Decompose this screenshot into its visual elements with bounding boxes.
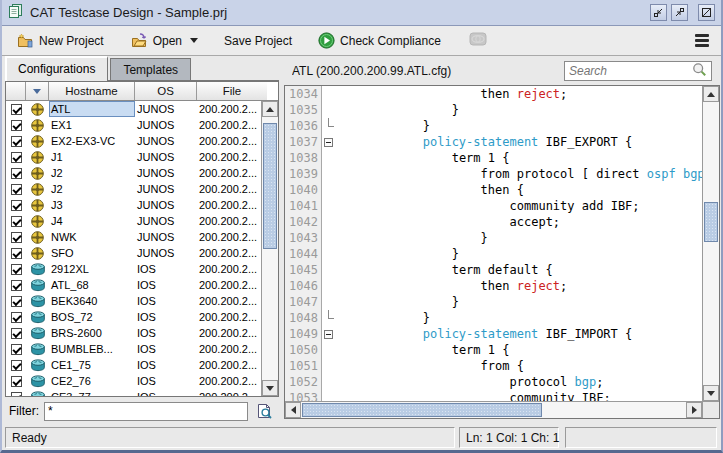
scroll-down-button[interactable]: [703, 385, 719, 401]
file-cell[interactable]: 200.200.2...: [197, 101, 261, 117]
os-cell[interactable]: IOS: [135, 325, 197, 341]
maximize-button[interactable]: [671, 4, 688, 21]
table-row[interactable]: J2JUNOS200.200.2...: [6, 181, 261, 197]
hostname-cell[interactable]: CE2_76: [49, 373, 135, 389]
file-cell[interactable]: 200.200.2...: [197, 229, 261, 245]
file-cell[interactable]: 200.200.2...: [197, 389, 261, 396]
table-row[interactable]: ATLJUNOS200.200.2...: [6, 101, 261, 117]
file-cell[interactable]: 200.200.2...: [197, 181, 261, 197]
table-row[interactable]: J1JUNOS200.200.2...: [6, 149, 261, 165]
editor-line[interactable]: 1035}: [285, 102, 702, 118]
hostname-cell[interactable]: CE1_75: [49, 357, 135, 373]
check-compliance-button[interactable]: Check Compliance: [312, 28, 447, 53]
hostname-cell[interactable]: BEK3640: [49, 293, 135, 309]
os-cell[interactable]: IOS: [135, 277, 197, 293]
editor-line[interactable]: 1047}: [285, 294, 702, 310]
open-button[interactable]: Open: [124, 29, 204, 52]
scroll-up-button[interactable]: [262, 101, 278, 117]
row-checkbox[interactable]: [6, 184, 26, 195]
table-vertical-scrollbar[interactable]: [261, 101, 278, 396]
title-bar[interactable]: CAT Testcase Design - Sample.prj: [2, 0, 721, 26]
editor-line[interactable]: 1050term 1 {: [285, 342, 702, 358]
editor-line[interactable]: 1046then reject;: [285, 278, 702, 294]
search-input[interactable]: [569, 64, 688, 78]
tab-templates[interactable]: Templates: [110, 58, 191, 80]
hostname-cell[interactable]: NWK: [49, 229, 135, 245]
header-filter-dropdown[interactable]: [26, 82, 49, 100]
row-checkbox[interactable]: [6, 152, 26, 163]
editor-line[interactable]: 1052protocol bgp;: [285, 374, 702, 390]
editor-vscrollbar-thumb[interactable]: [704, 202, 718, 242]
table-row[interactable]: BOS_72IOS200.200.2...: [6, 309, 261, 325]
table-row[interactable]: CE2_76IOS200.200.2...: [6, 373, 261, 389]
editor-horizontal-scrollbar[interactable]: [285, 401, 702, 418]
table-row[interactable]: EX2-EX3-VCJUNOS200.200.2...: [6, 133, 261, 149]
minimize-button[interactable]: [650, 4, 667, 21]
row-checkbox[interactable]: [6, 312, 26, 323]
scroll-down-button[interactable]: [262, 380, 278, 396]
open-dropdown-icon[interactable]: [190, 38, 198, 43]
file-cell[interactable]: 200.200.2...: [197, 245, 261, 261]
row-checkbox[interactable]: [6, 280, 26, 291]
os-cell[interactable]: JUNOS: [135, 229, 197, 245]
row-checkbox[interactable]: [6, 328, 26, 339]
row-checkbox[interactable]: [6, 392, 26, 397]
filter-preview-button[interactable]: [253, 401, 275, 421]
table-row[interactable]: 2912XLIOS200.200.2...: [6, 261, 261, 277]
editor-line[interactable]: 1043}: [285, 230, 702, 246]
tab-configurations[interactable]: Configurations: [5, 56, 108, 81]
table-row[interactable]: CE1_75IOS200.200.2...: [6, 357, 261, 373]
hostname-cell[interactable]: ATL_68: [49, 277, 135, 293]
editor-line[interactable]: 1034then reject;: [285, 86, 702, 102]
os-cell[interactable]: JUNOS: [135, 181, 197, 197]
file-cell[interactable]: 200.200.2...: [197, 133, 261, 149]
row-checkbox[interactable]: [6, 200, 26, 211]
editor-line[interactable]: 1036}: [285, 118, 702, 134]
hostname-cell[interactable]: CE3_77: [49, 389, 135, 396]
scroll-right-button[interactable]: [686, 402, 702, 418]
table-row[interactable]: J3JUNOS200.200.2...: [6, 197, 261, 213]
scroll-up-button[interactable]: [703, 86, 719, 102]
editor-line[interactable]: 1051from {: [285, 358, 702, 374]
hostname-cell[interactable]: EX1: [49, 117, 135, 133]
file-cell[interactable]: 200.200.2...: [197, 149, 261, 165]
file-cell[interactable]: 200.200.2...: [197, 197, 261, 213]
row-checkbox[interactable]: [6, 104, 26, 115]
file-cell[interactable]: 200.200.2...: [197, 373, 261, 389]
table-row[interactable]: J2JUNOS200.200.2...: [6, 165, 261, 181]
os-cell[interactable]: JUNOS: [135, 213, 197, 229]
editor-line[interactable]: 1041community add IBF;: [285, 198, 702, 214]
file-cell[interactable]: 200.200.2...: [197, 309, 261, 325]
code-editor[interactable]: 1034then reject;1035}1036}1037policy-sta…: [284, 85, 720, 419]
table-row[interactable]: SFOJUNOS200.200.2...: [6, 245, 261, 261]
os-cell[interactable]: IOS: [135, 293, 197, 309]
hostname-cell[interactable]: 2912XL: [49, 261, 135, 277]
editor-line[interactable]: 1038term 1 {: [285, 150, 702, 166]
editor-vertical-scrollbar[interactable]: [702, 86, 719, 401]
file-cell[interactable]: 200.200.2...: [197, 165, 261, 181]
os-cell[interactable]: JUNOS: [135, 197, 197, 213]
header-checkbox-column[interactable]: [6, 82, 26, 100]
os-cell[interactable]: JUNOS: [135, 165, 197, 181]
os-cell[interactable]: IOS: [135, 373, 197, 389]
editor-line[interactable]: 1042accept;: [285, 214, 702, 230]
editor-line[interactable]: 1049policy-statement IBF_IMPORT {: [285, 326, 702, 342]
editor-line[interactable]: 1037policy-statement IBF_EXPORT {: [285, 134, 702, 150]
row-checkbox[interactable]: [6, 136, 26, 147]
file-cell[interactable]: 200.200.2...: [197, 261, 261, 277]
header-hostname[interactable]: Hostname: [49, 82, 135, 100]
save-project-button[interactable]: Save Project: [218, 30, 298, 52]
file-cell[interactable]: 200.200.2...: [197, 117, 261, 133]
hostname-cell[interactable]: BRS-2600: [49, 325, 135, 341]
file-cell[interactable]: 200.200.2...: [197, 357, 261, 373]
table-row[interactable]: J4JUNOS200.200.2...: [6, 213, 261, 229]
scroll-left-button[interactable]: [285, 402, 301, 418]
editor-line[interactable]: 1044}: [285, 246, 702, 262]
row-checkbox[interactable]: [6, 296, 26, 307]
os-cell[interactable]: IOS: [135, 261, 197, 277]
header-file[interactable]: File: [197, 82, 267, 100]
hostname-cell[interactable]: J3: [49, 197, 135, 213]
row-checkbox[interactable]: [6, 216, 26, 227]
row-checkbox[interactable]: [6, 248, 26, 259]
file-cell[interactable]: 200.200.2...: [197, 293, 261, 309]
